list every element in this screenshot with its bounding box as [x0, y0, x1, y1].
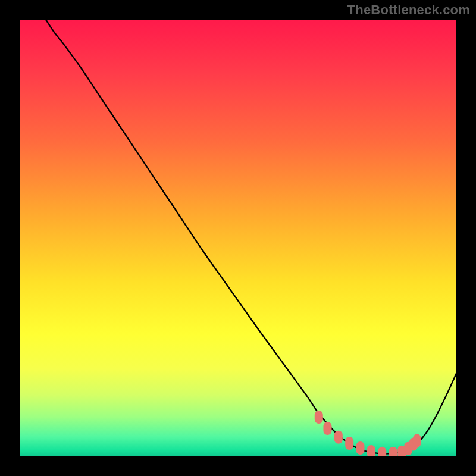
marker [334, 431, 343, 444]
marker [345, 437, 353, 450]
marker [413, 434, 421, 447]
plot-area [20, 20, 456, 456]
marker [367, 445, 375, 456]
marker [356, 441, 365, 455]
optimal-zone-markers [315, 411, 421, 456]
marker [389, 447, 397, 456]
chart-container: TheBottleneck.com [0, 0, 476, 476]
marker [378, 447, 386, 456]
watermark-text: TheBottleneck.com [347, 2, 470, 18]
bottleneck-curve [46, 20, 456, 454]
marker [323, 422, 331, 435]
curve-layer [20, 20, 456, 456]
marker [315, 411, 323, 424]
